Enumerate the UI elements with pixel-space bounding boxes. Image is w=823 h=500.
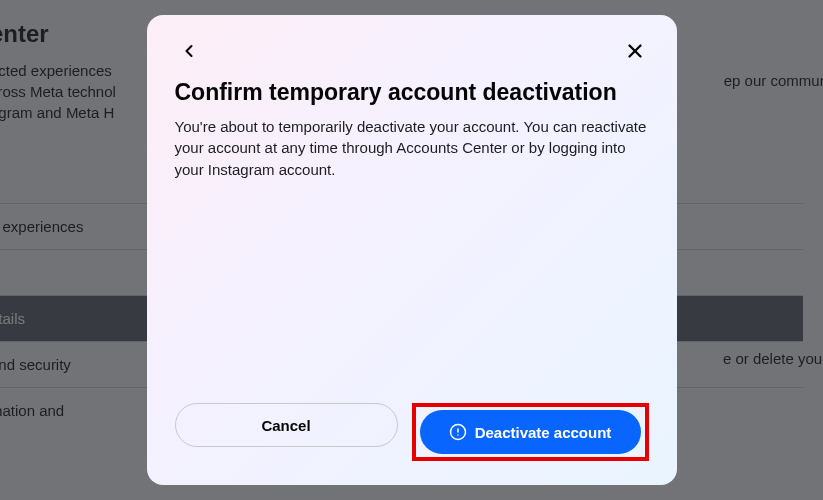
modal-title: Confirm temporary account deactivation	[175, 79, 649, 106]
modal-body-text: You're about to temporarily deactivate y…	[175, 116, 649, 180]
close-icon	[624, 40, 646, 62]
deactivate-label: Deactivate account	[475, 424, 612, 441]
alert-circle-icon	[449, 423, 467, 441]
cancel-label: Cancel	[261, 417, 310, 434]
modal-header	[175, 35, 649, 67]
deactivate-button[interactable]: Deactivate account	[420, 410, 641, 454]
close-button[interactable]	[621, 37, 649, 65]
modal-footer: Cancel Deactivate account	[175, 403, 649, 461]
cancel-button[interactable]: Cancel	[175, 403, 398, 447]
modal-overlay: Confirm temporary account deactivation Y…	[0, 0, 823, 500]
highlight-box: Deactivate account	[412, 403, 649, 461]
back-button[interactable]	[175, 37, 203, 65]
deactivation-modal: Confirm temporary account deactivation Y…	[147, 15, 677, 485]
chevron-left-icon	[179, 41, 199, 61]
